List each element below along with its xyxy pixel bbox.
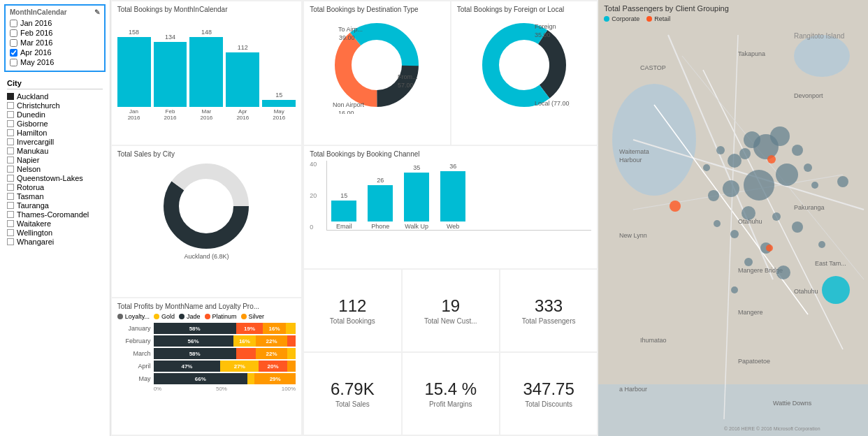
svg-point-50 (770, 126, 790, 146)
city-item[interactable]: Waitakere (7, 219, 103, 228)
sales-city-label: Auckland (6.8K) (184, 253, 229, 260)
channel-bar-label: Phone (371, 223, 389, 230)
legend-dot (205, 314, 210, 319)
city-item[interactable]: Tauranga (7, 201, 103, 210)
month-checkbox[interactable] (10, 49, 17, 57)
month-checkbox[interactable] (10, 20, 17, 27)
svg-point-70 (776, 266, 790, 279)
svg-point-52 (716, 146, 725, 154)
filter-title: MonthInCalendar (10, 8, 67, 16)
city-item[interactable]: Nelson (7, 165, 103, 173)
city-item[interactable]: Invercargill (7, 138, 103, 146)
legend-dot (241, 314, 247, 319)
kpi-value: 333 (507, 296, 590, 316)
month-checkbox[interactable] (10, 39, 17, 47)
bar-month-label: Apr2016 (236, 108, 249, 121)
legend-label: Gold (161, 313, 175, 320)
profit-segment (287, 361, 296, 372)
city-item[interactable]: Auckland (7, 92, 103, 101)
svg-point-62 (742, 206, 755, 220)
svg-point-55 (804, 164, 812, 172)
city-item[interactable]: Napier (7, 156, 103, 164)
profit-bar-container: 58%22% (154, 348, 296, 359)
month-checkbox[interactable] (10, 59, 17, 66)
channel-bar-group: 15Email (331, 161, 356, 230)
month-filter-item: May 2016 (10, 58, 100, 66)
svg-text:57.00: 57.00 (398, 82, 414, 89)
kpi-value: 6.79K (311, 379, 393, 399)
svg-point-53 (792, 145, 803, 156)
profits-title: Total Profits by MonthName and Loyalty P… (117, 303, 296, 310)
svg-point-6 (354, 43, 399, 87)
legend-dot (179, 314, 185, 319)
city-item[interactable]: Tasman (7, 192, 103, 201)
svg-point-20 (612, 84, 696, 196)
profit-row: April47%27%20% (117, 361, 296, 372)
city-label-text: Tasman (17, 192, 44, 201)
city-dot (7, 147, 14, 154)
profit-segment: 20% (259, 361, 287, 372)
city-label-text: Waitakere (17, 219, 51, 228)
bar-group: 15May2016 (262, 29, 296, 121)
city-item[interactable]: Manukau (7, 147, 103, 155)
svg-text:Rangitoto Island: Rangitoto Island (794, 32, 844, 40)
map-legend-dot (646, 16, 652, 22)
svg-point-51 (728, 154, 742, 168)
svg-point-75 (766, 245, 773, 252)
city-item[interactable]: Dunedin (7, 110, 103, 119)
city-item[interactable]: Queenstown-Lakes (7, 174, 103, 182)
foreign-local-title: Total Bookings by Foreign or Local (457, 6, 564, 13)
city-item[interactable]: Thames-Coromandel (7, 210, 103, 219)
svg-point-49 (739, 148, 751, 159)
svg-point-72 (822, 276, 850, 304)
month-filter-item: Apr 2016 (10, 48, 100, 57)
map-legend-label: Retail (654, 15, 670, 22)
city-dot (7, 220, 14, 227)
booking-channel-title: Total Bookings by Booking Channel (310, 150, 591, 158)
legend-label: Loyalty... (125, 313, 150, 320)
legend-item: Gold (154, 313, 175, 320)
map-legend-item: Retail (646, 15, 670, 22)
map-legend-item: Corporate (604, 15, 639, 22)
svg-text:Mangere Bridge: Mangere Bridge (738, 267, 783, 274)
kpi-card: 19Total New Cust... (403, 270, 499, 351)
svg-text:Pakuranga: Pakuranga (794, 204, 825, 211)
kpi-label: Total Bookings (311, 317, 393, 325)
legend-item: Platinum (205, 313, 237, 320)
left-panel: MonthInCalendar ✎ Jan 2016Feb 2016Mar 20… (0, 0, 110, 436)
city-item[interactable]: Rotorua (7, 183, 103, 191)
city-label-text: Dunedin (17, 110, 45, 119)
city-label-text: Whangarei (17, 238, 54, 246)
city-item[interactable]: Christchurch (7, 101, 103, 110)
kpi-value: 112 (311, 296, 393, 316)
channel-bar-value: 36 (449, 163, 456, 170)
svg-point-15 (502, 43, 547, 87)
channel-bar-group: 26Phone (368, 161, 393, 230)
city-item[interactable]: Gisborne (7, 119, 103, 128)
profit-row: March58%22% (117, 348, 296, 359)
city-dot (7, 93, 14, 100)
channel-bar-value: 35 (413, 164, 420, 171)
bar-rect (262, 100, 296, 107)
svg-point-21 (794, 35, 850, 77)
filter-edit-icon[interactable]: ✎ (94, 8, 100, 16)
svg-text:16.00: 16.00 (338, 110, 354, 114)
city-item[interactable]: Wellington (7, 228, 103, 237)
city-dot (7, 184, 14, 191)
legend-label: Silver (249, 313, 265, 320)
profit-segment (236, 348, 256, 359)
city-label-text: Hamilton (17, 129, 47, 137)
city-label-text: Wellington (17, 228, 52, 237)
profit-row: May66%29% (117, 373, 296, 384)
city-item[interactable]: Hamilton (7, 129, 103, 137)
channel-bar-rect (404, 173, 429, 221)
channel-bars: 15Email26Phone35Walk Up36Web (326, 161, 591, 231)
month-checkbox[interactable] (10, 29, 17, 37)
month-label: Apr 2016 (20, 48, 52, 57)
city-item[interactable]: Whangarei (7, 238, 103, 246)
profit-segment: 16% (263, 323, 286, 334)
legend-dot (117, 314, 123, 319)
city-label-text: Tauranga (17, 201, 49, 210)
profit-segment: 22% (256, 335, 287, 347)
month-filter-list: Jan 2016Feb 2016Mar 2016Apr 2016May 2016 (10, 19, 100, 66)
